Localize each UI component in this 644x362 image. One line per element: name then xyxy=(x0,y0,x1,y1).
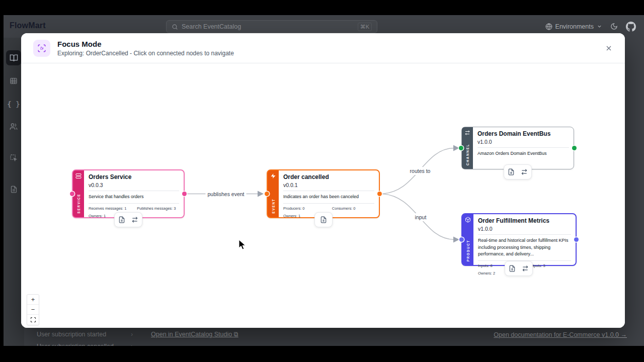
open-studio-link[interactable]: Open in EventCatalog Studio ⧉ xyxy=(151,331,238,338)
eventbus-toolbar xyxy=(504,164,532,179)
table-icon xyxy=(10,77,18,85)
modal-header: Focus Mode Exploring: OrderCancelled - C… xyxy=(21,33,625,63)
sidebar-item-teams[interactable] xyxy=(6,119,21,134)
node-type-label: SERVICE xyxy=(77,194,80,214)
node-type-label: CHANNEL xyxy=(466,144,469,165)
connection-handle-left xyxy=(70,192,74,196)
environments-menu[interactable]: Environments xyxy=(545,23,602,30)
event-row-user-subscription-started[interactable]: User subscription started › xyxy=(37,331,152,338)
fulfillment-metrics-toolbar xyxy=(505,261,533,276)
lightning-bolt-icon xyxy=(270,173,276,179)
node-type-label: PRODUCT xyxy=(466,240,470,261)
globe-icon xyxy=(545,23,552,30)
connection-handle-right xyxy=(574,237,579,242)
event-row-user-subscription-cancelled[interactable]: User subscription cancelled › xyxy=(37,343,152,346)
edge-label-input: input xyxy=(413,213,429,221)
node-title: Order cancelled xyxy=(283,173,374,180)
sidebar-item-resources[interactable] xyxy=(6,182,21,197)
external-link-icon: ⧉ xyxy=(234,331,238,338)
connection-handle-right xyxy=(182,192,187,196)
braces-icon: { } xyxy=(7,100,20,108)
selection-cursor-icon xyxy=(10,154,18,162)
event-type-strip: EVENT xyxy=(268,170,279,217)
node-orders-domain-eventbus[interactable]: CHANNEL Orders Domain EventBus v1.0.0 Am… xyxy=(461,127,574,169)
flow-canvas[interactable]: publishes event routes to input SERVICE … xyxy=(21,33,625,328)
connection-handle-left xyxy=(459,237,464,242)
node-stat-right: Outputs: 3 xyxy=(528,263,571,268)
docs-icon[interactable] xyxy=(118,216,125,223)
chevron-right-icon: › xyxy=(131,343,133,346)
dark-mode-moon-icon[interactable] xyxy=(610,23,618,30)
docs-icon[interactable] xyxy=(508,168,515,175)
chevron-right-icon: › xyxy=(131,331,133,338)
edge-label-routes-to: routes to xyxy=(408,167,433,175)
search-input[interactable] xyxy=(182,23,354,30)
channel-type-strip: CHANNEL xyxy=(462,127,473,169)
github-icon[interactable] xyxy=(626,22,636,32)
sidebar-item-schemas[interactable]: { } xyxy=(6,97,21,112)
mouse-cursor xyxy=(238,239,248,250)
event-row-label: User subscription started xyxy=(37,331,106,338)
node-title: Orders Domain EventBus xyxy=(477,130,569,137)
node-stat-right: Publishes messages: 3 xyxy=(137,206,179,211)
screen: FlowMart ⌘K Environments xyxy=(0,0,644,362)
search-bar[interactable]: ⌘K xyxy=(166,20,377,33)
search-icon xyxy=(172,24,178,30)
swap-icon[interactable] xyxy=(522,265,529,272)
arrows-right-left-icon xyxy=(464,130,470,136)
close-icon[interactable] xyxy=(605,44,613,52)
node-description: Service that handles orders xyxy=(89,191,179,203)
book-open-icon xyxy=(10,54,18,62)
node-orders-service[interactable]: SERVICE Orders Service v0.0.3 Service th… xyxy=(72,169,185,218)
connection-handle-left xyxy=(459,146,463,150)
connection-handle-right xyxy=(377,192,382,196)
open-documentation-link[interactable]: Open documentation for E-Commerce v1.0.0… xyxy=(494,331,627,338)
swap-icon[interactable] xyxy=(131,216,138,223)
zoom-controls: + − xyxy=(27,294,39,325)
orders-service-toolbar xyxy=(114,212,142,227)
node-description: Amazon Orders Domain EventBus xyxy=(477,147,569,160)
node-type-label: EVENT xyxy=(272,199,275,214)
node-version: v1.0.0 xyxy=(478,226,571,232)
chevron-down-icon xyxy=(597,24,602,29)
event-row-label: User subscription cancelled xyxy=(37,343,114,346)
node-version: v1.0.0 xyxy=(477,139,569,145)
fit-view-button[interactable] xyxy=(27,315,39,325)
search-shortcut: ⌘K xyxy=(358,23,372,31)
zoom-in-button[interactable]: + xyxy=(27,295,39,305)
service-type-strip: SERVICE xyxy=(73,170,84,217)
environments-label: Environments xyxy=(555,23,594,30)
edge-label-publishes-event: publishes event xyxy=(206,190,247,198)
product-type-strip: PRODUCT xyxy=(462,214,473,265)
modal-subtitle: Exploring: OrderCancelled - Click on con… xyxy=(57,50,234,57)
users-icon xyxy=(10,123,18,131)
node-version: v0.0.1 xyxy=(283,182,374,188)
brand-logo[interactable]: FlowMart xyxy=(10,21,46,30)
order-cancelled-toolbar xyxy=(314,212,333,227)
open-studio-label: Open in EventCatalog Studio xyxy=(151,331,232,338)
docs-icon[interactable] xyxy=(320,216,327,223)
docs-icon[interactable] xyxy=(509,265,516,272)
focus-mode-icon xyxy=(33,40,50,57)
zoom-out-button[interactable]: − xyxy=(27,305,39,315)
sidebar-item-docs[interactable] xyxy=(6,50,21,65)
node-version: v0.0.3 xyxy=(89,182,179,188)
document-icon xyxy=(10,186,18,193)
node-stat-left: Receives messages: 1 xyxy=(89,206,137,211)
connection-handle-left xyxy=(265,192,269,196)
focus-mode-modal: publishes event routes to input SERVICE … xyxy=(21,33,625,328)
node-order-cancelled[interactable]: EVENT Order cancelled v0.0.1 Indicates a… xyxy=(267,169,380,218)
sidebar-item-architecture[interactable] xyxy=(6,73,21,88)
node-stat-right: Consumers: 0 xyxy=(332,206,374,211)
node-stat-left: Producers: 0 xyxy=(283,206,332,211)
node-order-fulfillment-metrics[interactable]: PRODUCT Order Fulfillment Metrics v1.0.0… xyxy=(461,213,577,266)
sidebar-item-visualizer[interactable] xyxy=(6,150,21,165)
server-icon xyxy=(75,173,82,179)
connection-handle-right xyxy=(572,146,577,150)
node-description: Real-time and historical order fulfillme… xyxy=(478,234,571,260)
modal-title: Focus Mode xyxy=(57,40,234,48)
node-description: Indicates an order has been canceled xyxy=(283,191,374,203)
swap-icon[interactable] xyxy=(521,168,528,175)
node-title: Orders Service xyxy=(89,173,179,180)
node-title: Order Fulfillment Metrics xyxy=(478,217,571,224)
